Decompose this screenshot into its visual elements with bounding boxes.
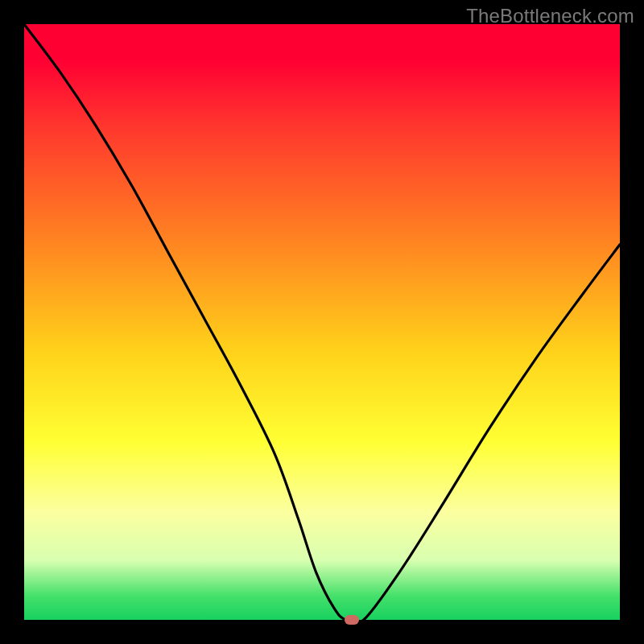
watermark-text: TheBottleneck.com <box>466 5 634 27</box>
optimum-marker <box>345 615 359 625</box>
chart-frame: TheBottleneck.com <box>0 0 644 644</box>
plot-background-gradient <box>24 24 620 620</box>
